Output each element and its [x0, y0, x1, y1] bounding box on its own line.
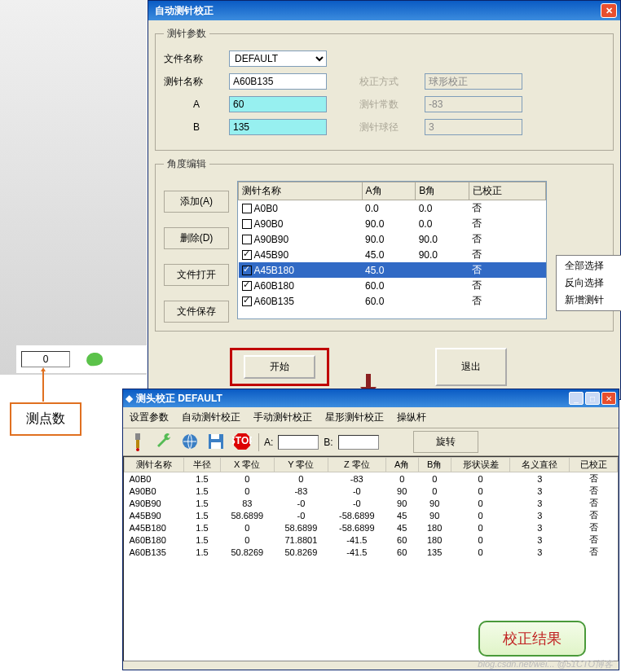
window-title: 测头校正 DEFAULT	[136, 392, 569, 406]
th-b[interactable]: B角	[416, 182, 469, 200]
group-label: 角度编辑	[164, 157, 209, 171]
svg-rect-1	[136, 440, 139, 448]
menu-manual-correction[interactable]: 手动测针校正	[250, 409, 315, 426]
checkbox-icon[interactable]	[242, 266, 252, 275]
angle-table[interactable]: 测针名称 A角 B角 已校正 A0B00.00.0否A90B090.00.0否A…	[237, 181, 547, 319]
a-label: A:	[264, 437, 273, 448]
column-header[interactable]: 测针名称	[125, 458, 184, 472]
column-header[interactable]: A角	[385, 458, 418, 472]
svg-point-2	[136, 448, 139, 451]
table-row[interactable]: A60B1801.5071.8801-41.56018003否	[125, 534, 618, 546]
table-row[interactable]: A90B090.00.0否	[239, 216, 546, 231]
column-header[interactable]: X 零位	[220, 458, 274, 472]
ctx-new-probe[interactable]: 新增测针	[557, 292, 621, 309]
delete-button[interactable]: 删除(D)	[164, 227, 229, 249]
column-header[interactable]: 形状误差	[451, 458, 510, 472]
titlebar[interactable]: ◆ 测头校正 DEFAULT _ □ ✕	[123, 389, 619, 407]
menu-joystick[interactable]: 操纵杆	[394, 409, 429, 426]
maximize-icon[interactable]: □	[585, 392, 600, 405]
table-row[interactable]: A90B901.583-0-0909003否	[125, 497, 618, 509]
column-header[interactable]: 已校正	[570, 458, 618, 472]
point-count-box	[16, 345, 147, 373]
table-row[interactable]: A45B9045.090.0否	[239, 247, 546, 262]
watermark: blog.csdn.net/wei... @51CTO博客	[478, 658, 613, 670]
a-label: A	[164, 99, 229, 110]
b-input[interactable]	[229, 119, 327, 135]
highlight-box: 开始	[230, 348, 329, 386]
ctx-select-all[interactable]: 全部选择	[557, 257, 621, 275]
column-header[interactable]: Z 零位	[328, 458, 385, 472]
svg-text:STOP: STOP	[232, 435, 252, 446]
titlebar[interactable]: 自动测针校正 ✕	[148, 1, 620, 20]
a-input[interactable]	[229, 96, 327, 112]
table-row[interactable]: A45B901.558.6899-0-58.6899459003否	[125, 509, 618, 521]
eraser-icon[interactable]	[86, 352, 104, 367]
probename-label: 测针名称	[164, 75, 229, 89]
table-row[interactable]: A60B18060.0否	[239, 278, 546, 293]
table-row[interactable]: A0B00.00.0否	[239, 200, 546, 217]
point-count-input[interactable]	[21, 351, 70, 367]
auto-probe-correction-window: 自动测针校正 ✕ 测针参数 文件名称 DEFAULT 测针名称 A B	[148, 0, 621, 400]
checkbox-icon[interactable]	[242, 281, 252, 291]
correction-mode-label: 校正方式	[359, 75, 425, 89]
column-header[interactable]: 半径	[184, 458, 221, 472]
th-a[interactable]: A角	[362, 182, 416, 200]
probe-diam-label: 测针球径	[359, 121, 425, 134]
menu-star-correction[interactable]: 星形测针校正	[322, 409, 387, 426]
checkbox-icon[interactable]	[242, 296, 252, 306]
start-button[interactable]: 开始	[244, 355, 315, 379]
file-save-button[interactable]: 文件保存	[164, 301, 229, 323]
toolbar: STOP A: B: 旋转	[123, 428, 619, 456]
context-menu: 全部选择 反向选择 新增测针	[556, 255, 621, 311]
column-header[interactable]: B角	[418, 458, 451, 472]
table-row[interactable]: A45B1801.5058.6899-58.68994518003否	[125, 521, 618, 534]
menubar: 设置参数 自动测针校正 手动测针校正 星形测针校正 操纵杆	[123, 407, 619, 428]
probe-const-label: 测针常数	[359, 98, 425, 112]
b-angle-input[interactable]	[338, 435, 379, 450]
svg-rect-0	[135, 433, 140, 440]
stop-icon[interactable]: STOP	[232, 432, 253, 453]
file-open-button[interactable]: 文件打开	[164, 264, 229, 286]
column-header[interactable]: 名义直径	[510, 458, 570, 472]
point-count-label: 测点数	[10, 402, 81, 436]
exit-button[interactable]: 退出	[435, 348, 507, 386]
th-cal[interactable]: 已校正	[469, 182, 545, 200]
app-icon: ◆	[126, 393, 133, 404]
table-row[interactable]: A0B01.500-830003否	[125, 472, 618, 485]
checkbox-icon[interactable]	[242, 250, 252, 260]
filename-select[interactable]: DEFAULT	[229, 51, 327, 67]
close-icon[interactable]: ✕	[601, 3, 617, 18]
result-annotation: 校正结果	[478, 621, 586, 657]
probe-diam-input	[425, 119, 522, 135]
b-label: B	[164, 121, 229, 133]
minimize-icon[interactable]: _	[569, 392, 584, 405]
probename-input[interactable]	[229, 73, 327, 90]
b-label: B:	[324, 437, 333, 448]
checkbox-icon[interactable]	[242, 235, 252, 244]
table-row[interactable]: A60B13560.0否	[239, 293, 546, 309]
window-title: 自动测针校正	[152, 4, 601, 18]
table-row[interactable]: A60B1351.550.826950.8269-41.56013503否	[125, 546, 618, 558]
table-row[interactable]: A90B01.50-83-090003否	[125, 485, 618, 497]
correction-mode-input	[425, 73, 522, 90]
filename-label: 文件名称	[164, 52, 229, 66]
angle-edit-group: 角度编辑 添加(A) 删除(D) 文件打开 文件保存 测针名称 A角 B角 已校…	[155, 157, 614, 332]
th-name[interactable]: 测针名称	[239, 182, 363, 200]
checkbox-icon[interactable]	[242, 204, 252, 213]
menu-settings[interactable]: 设置参数	[126, 409, 172, 426]
column-header[interactable]: Y 零位	[274, 458, 328, 472]
add-button[interactable]: 添加(A)	[164, 191, 229, 213]
globe-icon[interactable]	[180, 432, 201, 453]
save-icon[interactable]	[206, 432, 227, 453]
a-angle-input[interactable]	[278, 435, 319, 450]
table-row[interactable]: A90B9090.090.0否	[239, 231, 546, 247]
ctx-invert[interactable]: 反向选择	[557, 275, 621, 292]
rotate-button[interactable]: 旋转	[413, 431, 478, 453]
close-icon[interactable]: ✕	[601, 392, 616, 405]
wrench-icon[interactable]	[154, 432, 175, 453]
arrow-icon	[42, 371, 44, 402]
checkbox-icon[interactable]	[242, 219, 252, 229]
table-row[interactable]: A45B18045.0否	[239, 262, 546, 278]
menu-auto-correction[interactable]: 自动测针校正	[178, 409, 244, 426]
probe-icon[interactable]	[128, 432, 149, 453]
